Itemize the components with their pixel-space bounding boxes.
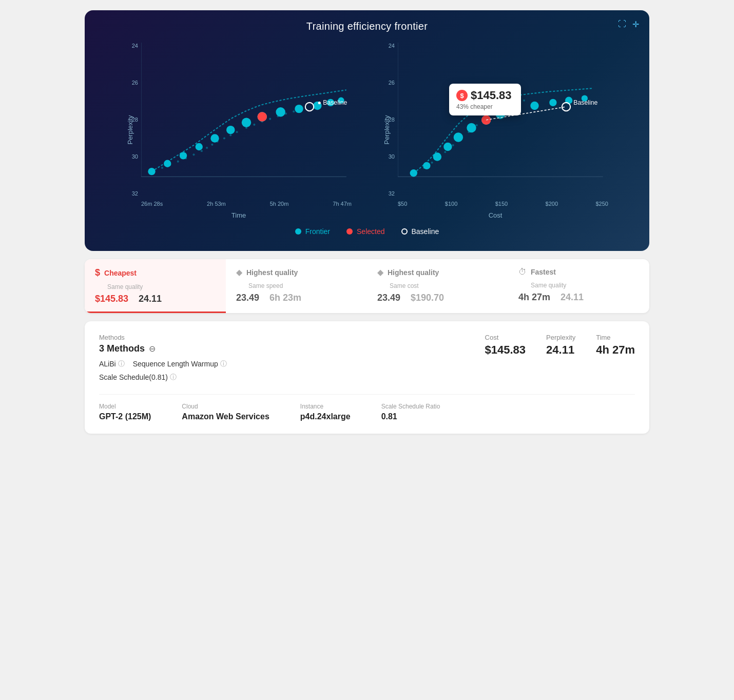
svg-point-5 <box>177 161 179 163</box>
fullscreen-icon[interactable]: ✛ <box>632 20 639 29</box>
legend-selected: Selected <box>346 227 384 236</box>
tab-fastest[interactable]: ⏱ Fastest Same quality 4h 27m 24.11 <box>508 259 649 313</box>
divider <box>99 394 635 395</box>
fastest-value-secondary: 24.11 <box>561 292 584 303</box>
scale-ratio-item: Scale Schedule Ratio 0.81 <box>381 403 440 421</box>
fastest-title: Fastest <box>531 268 556 276</box>
legend-baseline: Baseline <box>401 227 439 236</box>
speed-icon: ⏱ <box>518 267 527 277</box>
tick-24: 24 <box>132 43 138 49</box>
alibi-info-icon[interactable]: ⓘ <box>118 359 125 368</box>
cheapest-values: $145.83 24.11 <box>95 294 216 304</box>
methods-tags-2: Scale Schedule(0.81) ⓘ <box>99 373 227 382</box>
svg-point-9 <box>206 147 208 149</box>
tick-32: 32 <box>132 190 138 197</box>
cheapest-subtitle: Same quality <box>107 283 216 290</box>
svg-point-35 <box>258 112 267 121</box>
hq-cost-value-secondary: $190.70 <box>411 293 444 303</box>
fastest-subtitle: Same quality <box>531 282 639 289</box>
scale-info-icon[interactable]: ⓘ <box>170 373 177 382</box>
hq-cost-title: Highest quality <box>388 268 439 277</box>
tabs-row: $ Cheapest Same quality $145.83 24.11 ◆ … <box>85 259 649 313</box>
svg-point-64 <box>549 99 556 106</box>
model-item: Model GPT-2 (125M) <box>99 403 151 421</box>
cheapest-title: Cheapest <box>104 269 137 277</box>
hq-speed-title: Highest quality <box>246 268 298 277</box>
tick-26: 26 <box>132 80 138 86</box>
slw-info-icon[interactable]: ⓘ <box>220 359 227 368</box>
hq-speed-value-main: 23.49 <box>236 293 259 303</box>
tooltip-price-value: $145.83 <box>471 89 512 102</box>
tick-30: 30 <box>132 153 138 160</box>
diamond-speed-icon: ◆ <box>236 267 242 277</box>
right-chart-svg: Baseline <box>398 43 608 190</box>
svg-point-18 <box>269 118 271 120</box>
instance-item: Instance p4d.24xlarge <box>300 403 351 421</box>
svg-point-8 <box>201 150 203 152</box>
svg-point-44 <box>444 151 446 153</box>
hq-cost-values: 23.49 $190.70 <box>377 293 498 303</box>
svg-point-13 <box>229 134 231 136</box>
cost-label: Cost <box>485 334 526 341</box>
hq-speed-value-secondary: 6h 23m <box>269 293 301 303</box>
tab-cheapest-header: $ Cheapest <box>95 267 216 278</box>
methods-title: 3 Methods <box>99 343 145 354</box>
svg-point-25 <box>196 143 203 150</box>
svg-point-45 <box>452 144 454 146</box>
perplexity-value: 24.11 <box>546 343 575 357</box>
hq-cost-value-main: 23.49 <box>377 293 400 303</box>
cheapest-icon: $ <box>95 267 100 278</box>
svg-point-67 <box>481 115 491 124</box>
chart-title: Training efficiency frontier <box>100 21 634 32</box>
hq-speed-subtitle: Same speed <box>248 282 357 289</box>
method-alibi: ALiBi ⓘ <box>99 359 125 368</box>
svg-point-12 <box>223 138 225 140</box>
svg-point-53 <box>523 100 525 102</box>
legend-selected-label: Selected <box>357 227 384 236</box>
minus-icon[interactable]: ⊖ <box>149 344 156 354</box>
cheapest-value-main: $145.83 <box>95 294 128 304</box>
metric-perplexity: Perplexity 24.11 <box>546 334 575 357</box>
tab-highest-quality-speed[interactable]: ◆ Highest quality Same speed 23.49 6h 23… <box>226 259 367 313</box>
hq-cost-subtitle: Same cost <box>390 282 498 289</box>
svg-point-55 <box>423 162 430 169</box>
left-y-ticks: 24 26 28 30 32 <box>121 43 141 197</box>
selected-dot <box>346 228 353 235</box>
tooltip-dollar-icon: $ <box>456 90 468 101</box>
tooltip-price-row: $ $145.83 <box>456 89 514 102</box>
left-x-ticks: 26m 28s 2h 53m 5h 20m 7h 47m <box>141 201 352 207</box>
time-label: Time <box>596 334 635 341</box>
details-right: Cost $145.83 Perplexity 24.11 Time 4h 27… <box>485 334 635 357</box>
svg-point-27 <box>226 126 235 134</box>
cheapest-value-secondary: 24.11 <box>139 294 162 304</box>
scale-ratio-label: Scale Schedule Ratio <box>381 403 440 410</box>
model-info-row: Model GPT-2 (125M) Cloud Amazon Web Serv… <box>99 403 635 421</box>
svg-point-31 <box>295 105 303 113</box>
tab-highest-quality-cost[interactable]: ◆ Highest quality Same cost 23.49 $190.7… <box>367 259 508 313</box>
fastest-value-main: 4h 27m <box>518 292 550 303</box>
methods-label: Methods <box>99 334 227 341</box>
svg-text:Baseline: Baseline <box>573 99 597 106</box>
method-scale: Scale Schedule(0.81) ⓘ <box>99 373 177 382</box>
svg-point-48 <box>476 124 478 126</box>
frontier-dot <box>295 228 301 235</box>
left-x-label: Time <box>231 211 246 219</box>
right-x-ticks: $50 $100 $150 $200 $250 <box>398 201 608 207</box>
time-value: 4h 27m <box>596 343 635 357</box>
expand-icon[interactable]: ⛶ <box>618 20 626 29</box>
right-x-label: Cost <box>489 211 503 219</box>
cost-value: $145.83 <box>485 343 526 357</box>
model-label: Model <box>99 403 151 410</box>
svg-text:● Baseline: ● Baseline <box>317 99 347 106</box>
cloud-value: Amazon Web Services <box>182 412 269 421</box>
legend-frontier-label: Frontier <box>305 227 330 236</box>
tab-cheapest[interactable]: $ Cheapest Same quality $145.83 24.11 <box>85 259 226 313</box>
svg-point-30 <box>276 107 285 116</box>
svg-point-22 <box>148 168 155 175</box>
svg-point-21 <box>293 110 295 112</box>
svg-point-54 <box>410 169 417 177</box>
metric-cost: Cost $145.83 <box>485 334 526 357</box>
svg-point-14 <box>236 131 238 133</box>
details-section: Methods 3 Methods ⊖ ALiBi ⓘ Sequence Len… <box>85 321 649 434</box>
charts-row: Perplexity 24 26 28 30 32 <box>100 43 634 217</box>
